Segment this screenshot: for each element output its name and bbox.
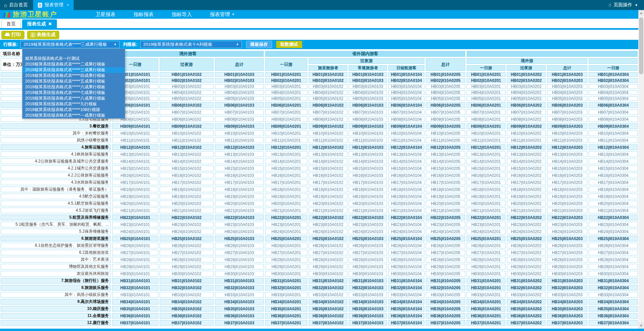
cell-code[interactable]: HB26|III10A0304	[588, 242, 638, 249]
cell-code[interactable]: HB19|III10A0102	[308, 193, 348, 200]
cell-code[interactable]: HB09|III10A0203	[546, 123, 588, 130]
cell-code[interactable]: HB24|III10A0103	[348, 228, 388, 235]
cell-code[interactable]: HB21|II10A0101	[111, 207, 159, 214]
cell-code[interactable]: HB18|II10A0201	[466, 186, 506, 193]
cell-code[interactable]: HB21|III10A0104	[388, 207, 425, 214]
cell-code[interactable]: HB17|II10A0205	[425, 179, 466, 186]
cell-code[interactable]: HB22|III10A0103	[348, 214, 388, 221]
cell-code[interactable]: HB11|III10A0202	[506, 137, 546, 144]
cell-code[interactable]: HB26|III10A0104	[388, 242, 425, 249]
cell-code[interactable]: HB19|II10A0102	[159, 193, 214, 200]
cell-code[interactable]: HB37|II10A0201	[264, 319, 308, 326]
cell-code[interactable]: HB31|III10A0104	[388, 277, 425, 284]
cell-code[interactable]: HB36|II10A0103	[214, 312, 264, 319]
vertical-scrollbar[interactable]: ▲ ▼	[638, 10, 644, 331]
cell-code[interactable]: HB31|III10A0102	[308, 277, 348, 284]
cell-code[interactable]: HB08|III10A0104	[388, 116, 425, 123]
cell-code[interactable]: HB27|II10A0103	[214, 249, 264, 256]
cell-code[interactable]: HB16|III10A0304	[588, 172, 638, 179]
cell-code[interactable]: HB06|II10A0201	[466, 102, 506, 109]
close-tab-icon[interactable]: ×	[67, 3, 69, 7]
cell-code[interactable]: HB31|II10A0101	[111, 277, 159, 284]
report-management-tab[interactable]: 报表管理 ×	[33, 0, 74, 10]
fetch-test-button[interactable]: 取数测试	[276, 41, 302, 48]
cell-code[interactable]: HB29|II10A0101	[111, 263, 159, 270]
cell-code[interactable]: HB17|III10A0104	[388, 179, 425, 186]
cell-code[interactable]: HB04|II10A0103	[214, 90, 264, 96]
cell-code[interactable]: HB37|III10A0104	[388, 319, 425, 326]
cell-code[interactable]: HB07|III10A0202	[506, 109, 546, 116]
cell-code[interactable]: HB25|II10A0201	[264, 235, 308, 242]
cell-code[interactable]: HB32|II10A0201	[264, 284, 308, 291]
cell-code[interactable]: HB20|III10A0203	[546, 200, 588, 207]
cell-code[interactable]: HB15|II10A0205	[425, 165, 466, 172]
cell-code[interactable]: HB12|III10A0103	[348, 144, 388, 151]
cell-code[interactable]: HB04|II10A0102	[159, 90, 214, 96]
cell-code[interactable]: HB21|II10A0201	[466, 207, 506, 214]
cell-code[interactable]: HB08|II10A0201	[466, 116, 506, 123]
cell-code[interactable]: HB25|III10A0102	[308, 235, 348, 242]
cell-code[interactable]: HB22|II10A0201	[264, 214, 308, 221]
cell-code[interactable]: HB34|II10A0205	[425, 298, 466, 305]
cell-code[interactable]: HB18|II10A0102	[159, 186, 214, 193]
cell-code[interactable]: HB14|II10A0205	[425, 158, 466, 165]
cell-code[interactable]: HB13|II10A0103	[214, 151, 264, 158]
cell-code[interactable]: HB20|III10A0103	[348, 200, 388, 207]
cell-code[interactable]: HB22|II10A0102	[159, 214, 214, 221]
cell-code[interactable]: HB07|III10A0103	[348, 109, 388, 116]
scrollbar-thumb[interactable]	[639, 17, 643, 74]
cell-code[interactable]: HB13|II10A0205	[425, 151, 466, 158]
cell-code[interactable]: HB08|III10A0202	[506, 116, 546, 123]
cell-code[interactable]: HB32|III10A0304	[588, 284, 638, 291]
cell-code[interactable]: HB12|II10A0201	[264, 144, 308, 151]
cell-code[interactable]: HB10|II10A0102	[159, 130, 214, 137]
dropdown-option[interactable]: 2019核算系统报表格式表*****二成果行模板	[22, 62, 125, 67]
cell-code[interactable]: HB26|II10A0201	[466, 242, 506, 249]
cell-code[interactable]: HB24|III10A0304	[588, 228, 638, 235]
cell-code[interactable]: HB03|II10A0205	[425, 84, 466, 90]
cell-code[interactable]: HB03|II10A0102	[159, 84, 214, 90]
cell-code[interactable]: HB01|III10A0203	[546, 72, 588, 78]
cell-code[interactable]: HB31|II10A0103	[214, 277, 264, 284]
cell-code[interactable]: HB05|II10A0205	[425, 96, 466, 102]
cell-code[interactable]: HB25|II10A0205	[425, 235, 466, 242]
cell-code[interactable]: HB12|II10A0205	[425, 144, 466, 151]
cell-code[interactable]: HB08|II10A0205	[425, 116, 466, 123]
cell-code[interactable]: HB21|II10A0205	[425, 207, 466, 214]
cell-code[interactable]: HB33|II10A0201	[264, 291, 308, 298]
cell-code[interactable]: HB22|II10A0101	[111, 214, 159, 221]
cell-code[interactable]: HB16|III10A0102	[308, 172, 348, 179]
cell-code[interactable]: HB16|III10A0202	[506, 172, 546, 179]
cell-code[interactable]: HB02|III10A0304	[588, 78, 638, 84]
cell-code[interactable]: HB12|II10A0103	[214, 144, 264, 151]
cell-code[interactable]: HB08|II10A0102	[159, 116, 214, 123]
cell-code[interactable]: HB26|II10A0101	[111, 242, 159, 249]
cell-code[interactable]: HB32|II10A0103	[214, 284, 264, 291]
cell-code[interactable]: HB08|III10A0203	[546, 116, 588, 123]
cell-code[interactable]: HB11|II10A0101	[111, 137, 159, 144]
cell-code[interactable]: HB24|II10A0205	[425, 228, 466, 235]
cell-code[interactable]: HB32|III10A0203	[546, 284, 588, 291]
cell-code[interactable]: HB28|III10A0102	[308, 256, 348, 263]
cell-code[interactable]: HB36|III10A0102	[308, 312, 348, 319]
cell-code[interactable]: HB19|II10A0201	[466, 193, 506, 200]
cell-code[interactable]: HB24|III10A0104	[388, 228, 425, 235]
cell-code[interactable]: HB04|III10A0103	[348, 90, 388, 96]
page-actions-menu[interactable]: ☝ 页面操作 ▼	[602, 0, 644, 10]
cell-code[interactable]: HB14|III10A0102	[308, 158, 348, 165]
cell-code[interactable]: HB18|III10A0102	[308, 186, 348, 193]
cell-code[interactable]: HB16|II10A0201	[466, 172, 506, 179]
cell-code[interactable]: HB18|II10A0201	[264, 186, 308, 193]
cell-code[interactable]: HB18|III10A0203	[546, 186, 588, 193]
cell-code[interactable]: HB05|II10A0201	[466, 96, 506, 102]
cell-code[interactable]: HB17|III10A0304	[588, 179, 638, 186]
cell-code[interactable]: HB09|III10A0104	[388, 123, 425, 130]
cell-code[interactable]: HB11|II10A0102	[159, 137, 214, 144]
cell-code[interactable]: HB21|II10A0103	[214, 207, 264, 214]
cell-code[interactable]: HB11|II10A0205	[425, 137, 466, 144]
cell-code[interactable]: HB24|II10A0101	[111, 228, 159, 235]
cell-code[interactable]: HB28|III10A0104	[388, 256, 425, 263]
cell-code[interactable]: HB07|III10A0304	[588, 109, 638, 116]
cell-code[interactable]: HB10|III10A0202	[506, 130, 546, 137]
cell-code[interactable]: HB17|II10A0201	[466, 179, 506, 186]
